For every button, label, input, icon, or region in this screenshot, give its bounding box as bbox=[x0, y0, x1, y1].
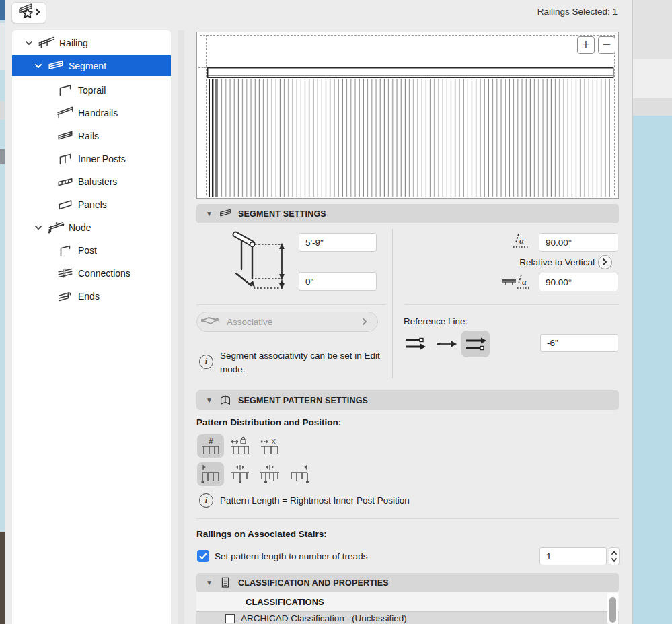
chevron-down-icon[interactable] bbox=[24, 38, 34, 48]
collapse-triangle-icon[interactable]: ▼ bbox=[206, 579, 213, 586]
sidebar-item-rails[interactable]: Rails bbox=[12, 125, 171, 146]
pattern-center-button[interactable] bbox=[227, 462, 254, 486]
background-fragment bbox=[0, 0, 5, 20]
associative-info-text: Segment associativity can be set in Edit… bbox=[220, 349, 381, 376]
sidebar-item-label: Balusters bbox=[78, 176, 117, 187]
relative-to-vertical-button[interactable] bbox=[598, 255, 612, 269]
bottom-offset-input[interactable] bbox=[299, 272, 377, 291]
pattern-start-left-button[interactable] bbox=[197, 462, 224, 486]
associated-stairs-label: Railings on Associated Stairs: bbox=[196, 529, 327, 539]
divider bbox=[196, 304, 386, 305]
collapse-triangle-icon[interactable]: ▼ bbox=[206, 210, 213, 217]
sidebar-item-segment[interactable]: Segment bbox=[12, 55, 171, 76]
classification-icon bbox=[218, 576, 233, 590]
sidebar-item-panels[interactable]: Panels bbox=[12, 194, 171, 215]
classification-header[interactable]: ▼ CLASSIFICATION AND PROPERTIES bbox=[196, 573, 619, 592]
panels-icon bbox=[57, 197, 74, 212]
divider bbox=[196, 518, 619, 519]
railing-preview[interactable]: + − bbox=[196, 32, 619, 199]
chevron-down-icon[interactable] bbox=[34, 61, 43, 71]
angle-to-vertical-icon: α bbox=[511, 232, 534, 251]
node-icon bbox=[47, 220, 65, 235]
sidebar-item-label: Inner Posts bbox=[78, 153, 126, 164]
favorites-button[interactable] bbox=[11, 2, 46, 24]
associative-label: Associative bbox=[227, 317, 272, 327]
segment-settings-header[interactable]: ▼ SEGMENT SETTINGS bbox=[196, 204, 619, 223]
railing-icon bbox=[38, 36, 55, 50]
preview-guide-line bbox=[206, 35, 207, 195]
sidebar-item-label: Rails bbox=[78, 131, 99, 141]
reference-offset-input[interactable] bbox=[540, 334, 618, 352]
zoom-out-button[interactable]: − bbox=[598, 36, 615, 54]
associative-icon bbox=[197, 314, 220, 329]
selection-status: Railings Selected: 1 bbox=[537, 7, 618, 17]
bottom-angle-input[interactable] bbox=[539, 273, 618, 291]
classification-checkbox[interactable] bbox=[225, 614, 235, 623]
background-fragment bbox=[0, 101, 5, 120]
collapse-triangle-icon[interactable]: ▼ bbox=[206, 396, 213, 404]
slant-angle-icon: α bbox=[501, 272, 535, 291]
classification-row[interactable]: ARCHICAD Classification - (Unclassified) bbox=[196, 612, 619, 624]
classification-panel: CLASSIFICATIONS ARCHICAD Classification … bbox=[196, 592, 619, 624]
railing-height-diagram-icon bbox=[225, 228, 296, 300]
railing-settings-dialog: Railings Selected: 1 Railing Segment Top… bbox=[5, 0, 633, 624]
chevron-down-icon[interactable] bbox=[34, 223, 43, 232]
pattern-flexible-spacing-button[interactable]: X bbox=[256, 434, 283, 458]
sidebar-item-label: Connections bbox=[78, 268, 130, 279]
reference-line-top-button[interactable] bbox=[401, 332, 429, 356]
treads-stepper[interactable] bbox=[609, 547, 620, 565]
sidebar-item-label: Node bbox=[69, 222, 91, 233]
sidebar-item-label: Panels bbox=[78, 199, 107, 210]
sidebar-item-node[interactable]: Node bbox=[12, 217, 171, 238]
relative-to-vertical-label: Relative to Vertical bbox=[476, 257, 595, 267]
classification-value[interactable]: (Unclassified) bbox=[352, 613, 407, 623]
sidebar-item-handrails[interactable]: Handrails bbox=[12, 102, 171, 123]
pattern-center-full-button[interactable] bbox=[256, 462, 283, 486]
rails-icon bbox=[57, 129, 74, 143]
classification-name: ARCHICAD Classification - bbox=[241, 613, 350, 623]
svg-text:#: # bbox=[209, 437, 213, 446]
chevron-right-icon bbox=[360, 317, 369, 326]
background-band bbox=[633, 59, 672, 98]
sidebar-item-toprail[interactable]: Toprail bbox=[12, 79, 171, 100]
sidebar-item-ends[interactable]: Ends bbox=[12, 285, 171, 306]
preview-guide-line bbox=[200, 35, 615, 36]
sidebar-item-railing[interactable]: Railing bbox=[12, 32, 171, 53]
sidebar-item-inner-posts[interactable]: Inner Posts bbox=[12, 148, 171, 169]
background-right-strip bbox=[633, 0, 672, 624]
reference-line-label: Reference Line: bbox=[404, 316, 468, 326]
associative-button[interactable]: Associative bbox=[196, 312, 378, 332]
top-offset-input[interactable] bbox=[299, 233, 377, 252]
info-icon: i bbox=[199, 493, 213, 508]
pattern-settings-icon bbox=[218, 394, 233, 407]
sidebar-item-connections[interactable]: Connections bbox=[12, 263, 171, 283]
ends-icon bbox=[57, 289, 74, 304]
pattern-end-right-button[interactable] bbox=[286, 462, 313, 486]
sidebar-item-balusters[interactable]: Balusters bbox=[12, 171, 171, 192]
balusters-icon bbox=[57, 174, 74, 189]
segment-settings-icon bbox=[218, 207, 233, 221]
sidebar-item-label: Ends bbox=[78, 291, 100, 302]
sidebar-item-label: Post bbox=[78, 245, 97, 256]
reference-line-center-button[interactable] bbox=[433, 332, 460, 356]
section-title: SEGMENT SETTINGS bbox=[238, 209, 326, 219]
pattern-fixed-number-button[interactable]: # bbox=[197, 434, 224, 458]
sidebar-item-label: Segment bbox=[69, 61, 106, 71]
scrollbar-track[interactable] bbox=[607, 593, 618, 624]
pattern-locked-spacing-button[interactable] bbox=[227, 434, 254, 458]
sidebar-item-post[interactable]: Post bbox=[12, 240, 171, 261]
sidebar-separator bbox=[178, 30, 184, 624]
scrollbar-thumb[interactable] bbox=[609, 597, 616, 623]
preview-guide-line bbox=[198, 67, 207, 68]
treads-checkbox-label: Set pattern length to number of treads: bbox=[215, 551, 370, 561]
reference-line-bottom-button[interactable] bbox=[461, 331, 490, 357]
top-angle-input[interactable] bbox=[539, 233, 618, 252]
section-title: SEGMENT PATTERN SETTINGS bbox=[238, 396, 368, 405]
treads-checkbox[interactable] bbox=[197, 550, 209, 562]
treads-count-input[interactable] bbox=[539, 547, 607, 565]
background-band bbox=[633, 98, 672, 116]
background-fragment bbox=[0, 149, 5, 164]
zoom-in-button[interactable]: + bbox=[577, 36, 595, 54]
segment-pattern-settings-header[interactable]: ▼ SEGMENT PATTERN SETTINGS bbox=[196, 390, 619, 410]
classifications-subheader: CLASSIFICATIONS bbox=[246, 597, 324, 607]
